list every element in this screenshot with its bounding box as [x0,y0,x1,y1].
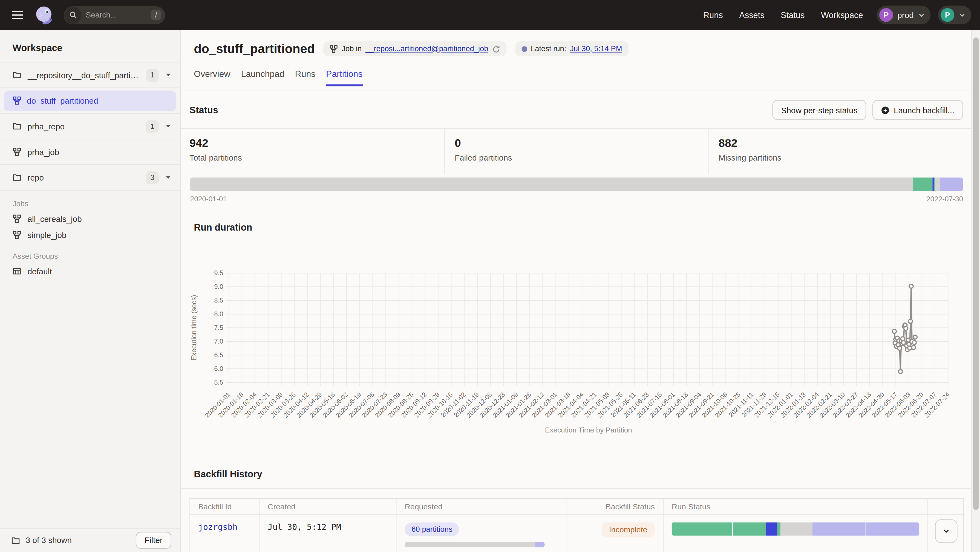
data-point [909,284,913,288]
sidebar-item-selected[interactable]: do_stuff_partitioned [4,90,177,111]
partition-seg-success [913,178,932,191]
stat-missing-partitions: 882Missing partitions [708,129,971,174]
partition-stats: 942Total partitions0Failed partitions882… [181,128,971,174]
filter-button[interactable]: Filter [136,532,171,549]
requested-partitions-badge[interactable]: 60 partitions [404,522,459,536]
scrollbar-thumb[interactable] [973,38,979,510]
stat-label: Failed partitions [455,153,708,162]
sidebar-job-all_cereals_job[interactable]: all_cereals_job [0,211,180,227]
top-nav-status[interactable]: Status [781,10,805,20]
y-tick-label: 7.0 [214,338,223,345]
stat-value: 882 [719,137,971,150]
stat-total-partitions: 942Total partitions [189,129,444,174]
folder-icon [11,536,20,545]
partition-seg-none [190,178,913,191]
backfill-history-table: Backfill IdCreatedRequestedBackfill Stat… [189,498,964,552]
y-tick-label: 7.5 [214,324,223,331]
y-tick-label: 9.5 [214,269,223,276]
caret-down-icon[interactable] [165,72,171,78]
sidebar-item-repo[interactable]: repo3 [0,165,180,191]
stat-value: 0 [455,137,708,150]
top-nav-workspace[interactable]: Workspace [821,10,863,20]
top-nav-links: RunsAssetsStatusWorkspace [703,10,863,20]
app-window: / RunsAssetsStatusWorkspace P prod P Wor… [0,0,980,552]
sidebar-footer: 3 of 3 shown Filter [0,528,180,552]
data-point [899,370,902,374]
run-duration-section-title: Run duration [194,222,252,233]
sidebar-asset-group-default[interactable]: default [0,263,180,279]
requested-range-bar [404,542,545,547]
y-tick-label: 5.5 [214,379,223,386]
hamburger-menu-icon[interactable] [9,7,26,22]
job-icon [13,214,21,223]
column-header-requested: Requested [396,499,567,514]
search-box[interactable]: / [64,6,165,24]
tab-partitions[interactable]: Partitions [326,69,363,86]
folder-icon [13,122,21,130]
column-header-expand [928,499,964,514]
y-tick-label: 8.0 [214,310,223,317]
data-point [892,329,897,333]
table-row: jozrgsbh Jul 30, 5:12 PM 60 partitions 2… [190,515,963,552]
sidebar-item-prha_repo[interactable]: prha_repo1 [0,114,180,140]
plus-circle-icon [881,106,889,114]
caret-down-icon[interactable] [165,174,171,181]
y-axis-label: Execution time (secs) [190,295,198,360]
requested-range-start: 2020-01-01 [404,550,440,552]
caret-down-icon[interactable] [165,123,171,129]
column-header-run-status: Run Status [663,499,928,514]
backfill-history-divider [181,488,971,489]
partition-seg-queued [940,178,963,191]
tab-overview[interactable]: Overview [194,69,230,86]
table-header-row: Backfill IdCreatedRequestedBackfill Stat… [190,499,963,515]
show-per-step-status-button[interactable]: Show per-step status [773,100,866,120]
data-point [904,326,908,330]
partition-seg-none [935,178,940,191]
requested-range-end: 2022-07-30 [509,550,545,552]
launch-backfill-label: Launch backfill... [894,105,954,114]
tab-runs[interactable]: Runs [295,69,316,86]
item-count-badge: 1 [146,120,159,133]
sidebar-item-prha_job[interactable]: prha_job [0,139,180,165]
data-point [908,319,913,323]
reload-icon[interactable] [492,44,500,53]
stat-failed-partitions: 0Failed partitions [444,129,708,174]
job-icon [13,96,21,105]
data-point [912,346,916,350]
sidebar-item-do_stuff_partitioned: do_stuff_partitioned [0,88,180,114]
run-seg-success [672,522,733,536]
job-label: simple_job [28,230,67,240]
y-tick-label: 9.0 [214,283,223,290]
column-header-backfill-status: Backfill Status [567,499,663,514]
deployment-switcher[interactable]: P prod [877,6,931,25]
launch-backfill-button[interactable]: Launch backfill... [872,100,963,120]
user-menu[interactable]: P [938,6,971,25]
item-count-badge: 1 [146,68,159,81]
requested-seg-none [404,542,535,547]
top-navigation-bar: / RunsAssetsStatusWorkspace P prod P [0,0,980,30]
sidebar-job-simple_job[interactable]: simple_job [0,227,180,243]
search-shortcut-key: / [151,10,161,20]
partition-status-bar[interactable] [190,178,963,191]
sidebar-item-__repository__do_stuff_partitio...[interactable]: __repository__do_stuff_partitio...1 [0,62,180,88]
data-point [897,346,902,351]
partition-range-start: 2020-01-01 [190,195,227,202]
top-nav-assets[interactable]: Assets [739,10,765,20]
latest-run-tag: Latest run: Jul 30, 5:14 PM [515,41,628,56]
created-cell: Jul 30, 5:12 PM [259,515,396,552]
job-label: all_cereals_job [28,214,82,223]
y-tick-label: 6.5 [214,351,223,358]
run-status-bar[interactable] [672,522,920,536]
tab-launchpad[interactable]: Launchpad [241,69,284,86]
job-origin-link[interactable]: __reposi...artitioned@partitioned_job [366,44,488,53]
chart-caption: Execution Time by Partition [545,426,632,434]
tabs-divider [181,90,971,91]
backfill-id-link[interactable]: jozrgsbh [198,522,237,532]
repos-shown-count: 3 of 3 shown [26,536,72,545]
top-nav-runs[interactable]: Runs [703,10,723,20]
latest-run-link[interactable]: Jul 30, 5:14 PM [570,44,622,53]
latest-run-label: Latest run: [531,44,566,53]
search-input[interactable] [82,11,151,19]
folder-icon [13,173,21,182]
expand-row-button[interactable] [935,519,957,543]
